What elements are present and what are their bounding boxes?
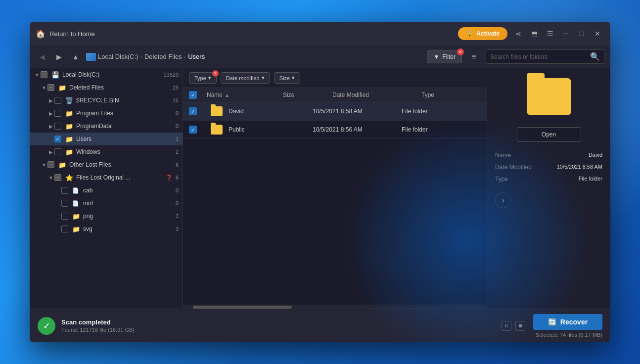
maximize-button[interactable]: □ — [575, 27, 589, 41]
checkbox-david[interactable]: ✓ — [189, 107, 197, 115]
item-count: 1 — [176, 136, 179, 142]
item-count: 16 — [173, 97, 179, 103]
lock-icon: 🔒 — [466, 30, 473, 37]
date-header-label: Date Modified — [332, 91, 369, 98]
hdd-icon: 💾 — [51, 71, 60, 79]
main-content: ▼ – 💾 Local Disk(C:) 13620 ▼ – 📁 Deleted… — [30, 68, 610, 309]
sidebar-item-files-lost-original[interactable]: ▼ – ⭐ Files Lost Original ... ❓ 6 — [30, 171, 183, 184]
sidebar-item-local-disk[interactable]: ▼ – 💾 Local Disk(C:) 13620 — [30, 68, 183, 81]
type-filter-clear[interactable]: ✕ — [212, 70, 219, 77]
header-check[interactable]: ✓ — [189, 91, 207, 99]
header-name[interactable]: Name ▲ — [207, 91, 283, 98]
share-button[interactable]: ⋖ — [511, 27, 525, 41]
header-date-modified[interactable]: Date Modified — [332, 91, 421, 98]
sidebar-item-png[interactable]: 📁 png 3 — [30, 210, 183, 223]
file-type: File folder — [402, 126, 428, 133]
breadcrumb-sep2: › — [184, 53, 186, 60]
sidebar-item-mof[interactable]: 📄 mof 0 — [30, 197, 183, 210]
row-check[interactable]: ✓ — [189, 107, 207, 115]
search-input[interactable] — [490, 53, 587, 60]
expand-icon: ▶ — [47, 148, 54, 155]
sidebar-item-users[interactable]: ✓ 📁 Users 1 — [30, 133, 183, 145]
item-count: 13620 — [163, 72, 179, 78]
item-label: cab — [83, 187, 174, 194]
file-scrollbar[interactable] — [183, 305, 487, 309]
sidebar-item-cab[interactable]: 📄 cab 0 — [30, 184, 183, 197]
checkbox-program-files[interactable] — [54, 110, 61, 117]
type-filter-chip[interactable]: Type ▾ ✕ — [189, 72, 217, 84]
filter-clear-icon[interactable]: ✕ — [457, 48, 464, 55]
window-title: Return to Home — [49, 30, 95, 38]
item-label: Program Files — [76, 110, 174, 117]
view-menu-button[interactable]: ≡ — [466, 49, 482, 65]
sidebar-item-program-data[interactable]: ▶ 📁 ProgramData 0 — [30, 120, 183, 133]
item-label: Windows — [76, 148, 174, 155]
sidebar-item-deleted-files[interactable]: ▼ – 📁 Deleted Files 19 — [30, 81, 183, 94]
pause-button[interactable]: ⏸ — [502, 321, 511, 331]
checkbox-users[interactable]: ✓ — [54, 136, 61, 142]
up-button[interactable]: ▲ — [69, 50, 82, 63]
checkbox-deleted-files[interactable]: – — [47, 84, 54, 91]
checkbox-public[interactable]: ✓ — [189, 126, 197, 134]
folder-yellow-icon: 📁 — [72, 213, 81, 220]
save-button[interactable]: ⬒ — [527, 27, 541, 41]
recover-button[interactable]: 🔄 Recover — [533, 314, 602, 330]
file-table-header: ✓ Name ▲ Size Date Modified Type — [183, 88, 487, 102]
expand-icon: ▼ — [47, 174, 54, 181]
item-label: Files Lost Original ... — [76, 174, 165, 181]
back-button[interactable]: ◀ — [36, 50, 48, 63]
breadcrumb-folder1[interactable]: Deleted Files — [144, 53, 182, 60]
type-header-label: Type — [421, 91, 434, 98]
sidebar-item-other-lost-files[interactable]: ▼ – 📁 Other Lost Files 6 — [30, 158, 183, 171]
item-count: 19 — [173, 85, 179, 91]
sidebar-item-svg[interactable]: 📁 svg 3 — [30, 223, 183, 235]
expand-icon: ▼ — [34, 71, 41, 78]
checkbox-recycle-bin[interactable] — [54, 97, 61, 104]
scan-complete-icon: ✓ — [38, 317, 55, 335]
expand-preview-button[interactable]: › — [495, 192, 511, 208]
meta-type-value: File folder — [579, 176, 602, 182]
sidebar-item-windows[interactable]: ▶ 📁 Windows 2 — [30, 145, 183, 158]
checkbox-local-disk[interactable]: – — [41, 71, 47, 78]
date-filter-chip[interactable]: Date modified ▾ — [221, 72, 270, 84]
expand-icon: ▶ — [47, 123, 54, 130]
activate-button[interactable]: 🔒 Activate — [458, 27, 507, 40]
expand-icon: ▶ — [47, 97, 54, 104]
checkbox-svg[interactable] — [61, 226, 68, 232]
table-row[interactable]: ✓ Public 10/5/2021 8:56 AM File folder — [183, 121, 487, 139]
menu-button[interactable]: ☰ — [543, 27, 557, 41]
close-button[interactable]: ✕ — [591, 27, 604, 41]
sidebar-item-recycle-bin[interactable]: ▶ 🗑️ $RECYCLE.BIN 16 — [30, 94, 183, 107]
minimize-button[interactable]: ─ — [559, 27, 573, 41]
size-filter-chip[interactable]: Size ▾ — [274, 72, 300, 84]
checkbox-windows[interactable] — [54, 148, 61, 155]
stop-button[interactable]: ⏹ — [515, 321, 525, 331]
folder-icon — [211, 106, 223, 116]
open-button[interactable]: Open — [517, 127, 581, 142]
header-size[interactable]: Size — [283, 91, 332, 98]
table-row[interactable]: ✓ David 10/5/2021 8:58 AM File folder — [183, 102, 487, 121]
selected-files-label: Selected: 74 files (6.17 MB) — [536, 332, 602, 338]
checkbox-program-data[interactable] — [54, 123, 61, 130]
file-date: 10/5/2021 8:56 AM — [313, 126, 363, 133]
expand-icon: ▼ — [41, 84, 47, 91]
file-scrollbar-thumb[interactable] — [193, 306, 292, 309]
recover-section: 🔄 Recover Selected: 74 files (6.17 MB) — [533, 314, 602, 338]
name-header-label: Name — [207, 91, 223, 98]
breadcrumb-folder2[interactable]: Users — [188, 53, 205, 60]
checkbox-other-lost-files[interactable]: – — [47, 161, 54, 168]
preview-metadata: Name David Date Modified 10/5/2021 8:58 … — [495, 152, 602, 187]
row-check[interactable]: ✓ — [189, 126, 207, 134]
sidebar-item-program-files[interactable]: ▶ 📁 Program Files 0 — [30, 107, 183, 120]
checkbox-cab[interactable] — [61, 187, 68, 194]
item-label: Deleted Files — [69, 84, 171, 91]
folder-icon: 📁 — [65, 110, 74, 117]
breadcrumb-disk[interactable]: Local Disk(C:) — [98, 53, 138, 60]
checkbox-files-lost[interactable]: – — [54, 174, 61, 181]
checkbox-png[interactable] — [61, 213, 68, 220]
item-count: 0 — [176, 187, 179, 193]
header-type[interactable]: Type — [421, 91, 481, 98]
filter-button[interactable]: ▼ Filter ✕ — [427, 50, 462, 63]
forward-button[interactable]: ▶ — [52, 50, 65, 63]
checkbox-mof[interactable] — [61, 200, 68, 207]
